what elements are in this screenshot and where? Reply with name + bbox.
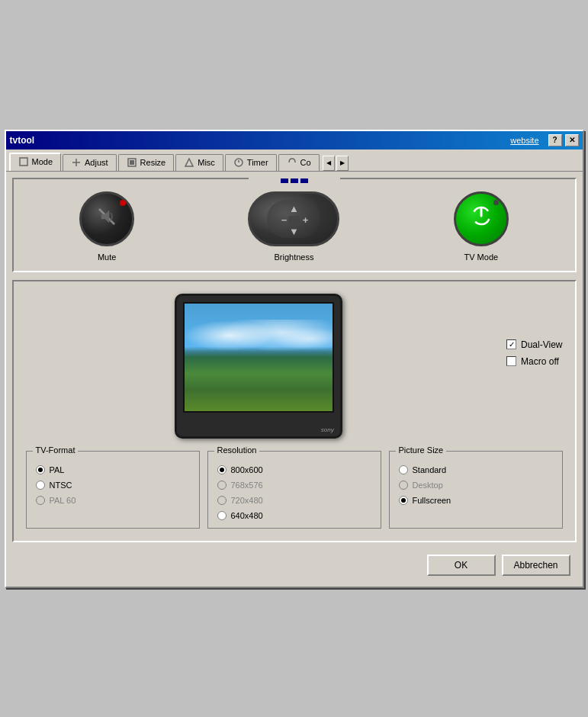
timer-icon bbox=[233, 157, 244, 168]
help-button[interactable]: ? bbox=[548, 134, 562, 146]
svg-rect-0 bbox=[20, 158, 27, 166]
resize-icon bbox=[127, 157, 137, 168]
tab-adjust-label: Adjust bbox=[85, 158, 108, 167]
website-link[interactable]: website bbox=[510, 136, 538, 145]
tab-bar: Mode Adjust Resize Misc Timer bbox=[6, 150, 583, 172]
tab-mode[interactable]: Mode bbox=[9, 153, 62, 171]
macro-off-label: Macro off bbox=[521, 356, 559, 367]
brightness-button[interactable]: ▲ − + ▼ bbox=[248, 191, 339, 246]
tv-brand: sony bbox=[321, 426, 334, 433]
800x600-label: 800x600 bbox=[231, 465, 263, 474]
main-window: tvtool website ? ✕ Mode Adjust Resize bbox=[5, 130, 584, 588]
radio-groups: TV-Format PAL NTSC PAL 60 bbox=[26, 451, 563, 529]
ntsc-radio[interactable] bbox=[36, 481, 45, 490]
bottom-buttons: OK Abbrechen bbox=[12, 550, 577, 580]
pal60-label: PAL 60 bbox=[50, 496, 76, 505]
picture-size-title: Picture Size bbox=[396, 445, 447, 455]
640x480-radio[interactable] bbox=[217, 511, 227, 520]
progress-dots bbox=[281, 178, 308, 183]
controls-panel: Mute ▲ − + ▼ Brightness bbox=[12, 178, 577, 272]
mute-control: Mute bbox=[79, 191, 134, 262]
tvmode-button[interactable] bbox=[454, 191, 509, 246]
dual-view-item[interactable]: ✓ Dual-View bbox=[506, 339, 562, 350]
resolution-title: Resolution bbox=[214, 445, 260, 455]
cancel-button[interactable]: Abbrechen bbox=[502, 555, 570, 576]
pal60-radio[interactable] bbox=[36, 496, 45, 505]
tab-timer[interactable]: Timer bbox=[225, 154, 277, 171]
macro-off-item[interactable]: Macro off bbox=[506, 356, 562, 367]
tv-stand bbox=[243, 414, 274, 420]
title-bar-controls: website ? ✕ bbox=[510, 134, 578, 146]
ntsc-radio-item[interactable]: NTSC bbox=[36, 481, 190, 490]
picture-size-group: Picture Size Standard Desktop Fullscreen bbox=[389, 451, 563, 529]
fullscreen-radio[interactable] bbox=[399, 496, 408, 505]
720x480-label: 720x480 bbox=[231, 496, 263, 505]
tab-co-label: Co bbox=[300, 158, 311, 167]
tab-misc-label: Misc bbox=[198, 158, 215, 167]
pal60-radio-item[interactable]: PAL 60 bbox=[36, 496, 190, 505]
768x576-label: 768x576 bbox=[231, 481, 263, 490]
close-button[interactable]: ✕ bbox=[565, 134, 579, 146]
resolution-group: Resolution 800x600 768x576 720x480 bbox=[207, 451, 381, 529]
mute-button[interactable] bbox=[79, 191, 134, 246]
tab-co[interactable]: Co bbox=[278, 154, 320, 171]
fullscreen-radio-item[interactable]: Fullscreen bbox=[399, 496, 553, 505]
tab-resize-label: Resize bbox=[140, 158, 166, 167]
main-panel-content: sony ✓ Dual-View Macro off bbox=[26, 294, 563, 439]
720x480-radio-item[interactable]: 720x480 bbox=[217, 496, 371, 505]
macro-off-checkbox[interactable] bbox=[506, 356, 516, 366]
ok-button[interactable]: OK bbox=[427, 555, 496, 576]
tab-nav-right[interactable]: ▶ bbox=[336, 156, 349, 171]
800x600-radio[interactable] bbox=[217, 465, 227, 474]
tv-monitor: sony bbox=[175, 294, 342, 439]
640x480-radio-item[interactable]: 640x480 bbox=[217, 511, 371, 520]
tab-nav-left[interactable]: ◀ bbox=[323, 156, 335, 171]
progress-container bbox=[249, 178, 340, 184]
standard-radio[interactable] bbox=[399, 465, 408, 474]
dual-view-checkbox[interactable]: ✓ bbox=[506, 339, 516, 349]
mode-icon bbox=[18, 156, 29, 167]
tv-format-group: TV-Format PAL NTSC PAL 60 bbox=[26, 451, 200, 529]
768x576-radio[interactable] bbox=[217, 481, 227, 490]
pal-radio-item[interactable]: PAL bbox=[36, 465, 190, 474]
tvmode-indicator bbox=[493, 200, 499, 205]
768x576-radio-item[interactable]: 768x576 bbox=[217, 481, 371, 490]
tv-format-title: TV-Format bbox=[33, 445, 79, 455]
title-bar: tvtool website ? ✕ bbox=[6, 131, 583, 150]
tab-timer-label: Timer bbox=[247, 158, 268, 167]
standard-label: Standard bbox=[413, 465, 447, 474]
power-icon bbox=[468, 203, 494, 234]
mute-icon bbox=[95, 205, 118, 233]
desktop-radio-item[interactable]: Desktop bbox=[399, 481, 553, 490]
720x480-radio[interactable] bbox=[217, 496, 227, 505]
tab-misc[interactable]: Misc bbox=[175, 154, 223, 171]
pal-label: PAL bbox=[50, 465, 65, 474]
misc-icon bbox=[184, 157, 194, 168]
main-panel: sony ✓ Dual-View Macro off bbox=[12, 280, 577, 542]
fullscreen-label: Fullscreen bbox=[413, 496, 451, 505]
brightness-label: Brightness bbox=[274, 252, 313, 262]
ntsc-label: NTSC bbox=[50, 481, 72, 490]
adjust-icon bbox=[71, 157, 82, 168]
800x600-radio-item[interactable]: 800x600 bbox=[217, 465, 371, 474]
dual-view-label: Dual-View bbox=[521, 339, 562, 350]
tv-screen bbox=[183, 302, 334, 413]
progress-dot-2 bbox=[291, 178, 298, 183]
tab-adjust[interactable]: Adjust bbox=[63, 154, 117, 171]
brightness-control: ▲ − + ▼ Brightness bbox=[248, 191, 339, 262]
pal-radio[interactable] bbox=[36, 465, 45, 474]
svg-marker-5 bbox=[185, 159, 193, 166]
tab-resize[interactable]: Resize bbox=[118, 154, 175, 171]
window-title: tvtool bbox=[10, 135, 35, 146]
content-area: Mute ▲ − + ▼ Brightness bbox=[6, 172, 583, 587]
progress-dot-3 bbox=[300, 178, 308, 183]
progress-dot-1 bbox=[281, 178, 288, 183]
svg-rect-4 bbox=[130, 160, 134, 165]
co-icon bbox=[287, 157, 297, 168]
standard-radio-item[interactable]: Standard bbox=[399, 465, 553, 474]
mute-label: Mute bbox=[98, 252, 116, 262]
tvmode-control: TV Mode bbox=[454, 191, 509, 262]
desktop-label: Desktop bbox=[413, 481, 443, 490]
desktop-radio[interactable] bbox=[399, 481, 408, 490]
mute-indicator bbox=[120, 200, 126, 206]
